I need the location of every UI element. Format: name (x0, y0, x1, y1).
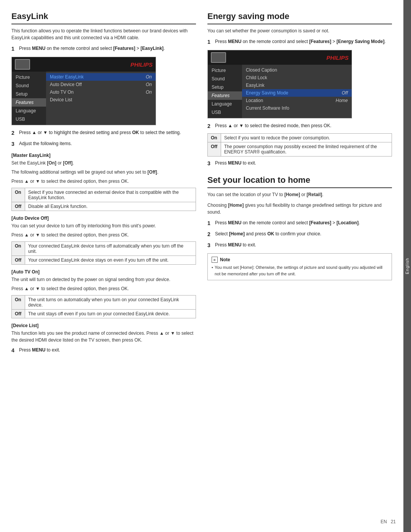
energy-sub-location: Location Home (242, 97, 352, 104)
tv-menu-features: Features (12, 98, 46, 107)
energy-sub-saving-mode: Energy Saving Mode Off (242, 89, 352, 97)
location-step-3-num: 3 (207, 241, 213, 249)
ato-on-desc: The unit turns on automatically when you… (25, 296, 196, 310)
note-box: ≡ Note You must set [Home]: Otherwise, t… (207, 253, 392, 280)
page-label: EN (381, 519, 387, 524)
table-row: Off The unit stays off even if you turn … (12, 310, 196, 318)
ato-off-label: Off (12, 310, 25, 318)
table-row: Off Your connected EasyLink device stays… (12, 256, 196, 265)
step-1-num: 1 (11, 45, 17, 53)
auto-tv-on-heading: [Auto TV On] (11, 269, 196, 275)
auto-device-off-heading: [Auto Device Off] (11, 216, 196, 221)
energy-off-label: Off (208, 142, 221, 157)
side-tab: English (403, 0, 411, 532)
tv-menu-language: Language (12, 107, 46, 115)
energy-tv-picture: Picture (208, 66, 242, 75)
table-row: On Your connected EasyLink device turns … (12, 242, 196, 256)
page-number: 21 (391, 519, 396, 524)
auto-tv-on-line1: The unit will turn on detected by the po… (11, 276, 196, 283)
location-intro1: You can set the location of your TV to [… (207, 191, 392, 198)
energy-step-1-text: Press MENU on the remote control and sel… (215, 38, 392, 46)
energy-step-2-num: 2 (207, 122, 213, 130)
tv-menu-left: Picture Sound Setup Features Language US… (12, 72, 46, 125)
energy-title: Energy saving mode (207, 11, 392, 24)
energy-menu-screenshot: PHILIPS Picture Sound Setup Features Lan… (207, 50, 352, 118)
energy-tv-sound: Sound (208, 75, 242, 83)
master-easylink-press: Press ▲ or ▼ to select the desired optio… (11, 178, 196, 185)
energy-step-3-num: 3 (207, 160, 213, 168)
tv-menu-usb: USB (12, 115, 46, 123)
location-step-2: 2 Select [Home] and press OK to confirm … (207, 230, 392, 238)
note-header: ≡ Note (212, 257, 388, 263)
auto-tv-on-table: On The unit turns on automatically when … (11, 295, 196, 318)
tv-sub-device-list: Device List (46, 96, 156, 104)
option-on-label: On (12, 188, 25, 202)
easylink-title: EasyLink (11, 11, 196, 24)
energy-sub-easylink: EasyLink (242, 81, 352, 89)
master-easylink-heading: [Master EasyLink] (11, 153, 196, 158)
energy-options-table: On Select if you want to reduce the powe… (207, 133, 392, 157)
energy-tv-features: Features (208, 91, 242, 100)
philips-logo-left: PHILIPS (131, 61, 153, 68)
auto-device-off-press: Press ▲ or ▼ to select the desired optio… (11, 232, 196, 238)
step-4-num: 4 (11, 347, 17, 355)
step-4: 4 Press MENU to exit. (11, 347, 196, 355)
tv-menu-setup: Setup (12, 90, 46, 98)
energy-tv-setup: Setup (208, 83, 242, 91)
ato-off-desc: The unit stays off even if you turn on y… (25, 310, 196, 318)
tv-menu-sound: Sound (12, 81, 46, 90)
energy-step-1: 1 Press MENU on the remote control and s… (207, 38, 392, 46)
energy-sub-software: Current Software Info (242, 104, 352, 112)
energy-on-label: On (208, 134, 221, 142)
location-intro2: Choosing [Home] gives you full flexibili… (207, 202, 392, 216)
device-list-heading: [Device List] (11, 323, 196, 328)
ado-on-label: On (12, 242, 25, 256)
note-content: You must set [Home]: Otherwise, the sett… (212, 264, 388, 277)
ado-off-desc: Your connected EasyLink device stays on … (25, 256, 196, 265)
tv-menu-right: Master EasyLink On Auto Device Off On Au… (46, 72, 156, 125)
ado-off-label: Off (12, 256, 25, 265)
location-step-1-num: 1 (207, 219, 213, 227)
energy-step-2-text: Press ▲ or ▼ to select the desired mode,… (215, 122, 392, 130)
master-easylink-line1: Set the EasyLink [On] or [Off]. (11, 160, 196, 166)
step-3-text: Adjust the following items. (19, 140, 196, 148)
master-easylink-line2: The following additional settings will b… (11, 169, 196, 176)
step-1-text: Press MENU on the remote control and sel… (19, 45, 196, 53)
energy-on-desc: Select if you want to reduce the power c… (221, 134, 392, 142)
page-footer: EN 21 (381, 519, 396, 524)
right-column: Energy saving mode You can set whether t… (207, 11, 392, 521)
step-2-text: Press ▲ or ▼ to highlight the desired se… (19, 129, 196, 137)
energy-sub-closed-caption: Closed Caption (242, 66, 352, 74)
location-step-2-num: 2 (207, 230, 213, 238)
table-row: On Select if you want to reduce the powe… (208, 134, 392, 142)
philips-logo-right: PHILIPS (327, 54, 349, 61)
table-row: On The unit turns on automatically when … (12, 296, 196, 310)
energy-step-1-num: 1 (207, 38, 213, 46)
energy-step-3-text: Press MENU to exit. (215, 160, 392, 168)
step-2-num: 2 (11, 129, 17, 137)
energy-step-2: 2 Press ▲ or ▼ to select the desired mod… (207, 122, 392, 130)
location-step-1-text: Press MENU on the remote control and sel… (215, 219, 392, 227)
table-row: Off The power consumption may possibly e… (208, 142, 392, 157)
step-3-num: 3 (11, 140, 17, 148)
energy-step-3: 3 Press MENU to exit. (207, 160, 392, 168)
auto-tv-on-press: Press ▲ or ▼ to select the desired optio… (11, 285, 196, 292)
tv-menu-picture: Picture (12, 73, 46, 81)
ado-on-desc: Your connected EasyLink device turns off… (25, 242, 196, 256)
option-off-label: Off (12, 202, 25, 211)
step-3: 3 Adjust the following items. (11, 140, 196, 148)
step-1: 1 Press MENU on the remote control and s… (11, 45, 196, 53)
energy-off-desc: The power consumption may possibly excee… (221, 142, 392, 157)
energy-intro: You can set whether the power consumptio… (207, 27, 392, 34)
energy-sub-child-lock: Child Lock (242, 74, 352, 81)
step-2: 2 Press ▲ or ▼ to highlight the desired … (11, 129, 196, 137)
table-row: Off Disable all EasyLink function. (12, 202, 196, 211)
option-off-desc: Disable all EasyLink function. (25, 202, 196, 211)
tv-sub-master-easylink: Master EasyLink On (46, 73, 156, 81)
side-tab-label: English (405, 258, 409, 274)
energy-tv-language: Language (208, 100, 242, 108)
master-easylink-table: On Select if you have connected an exter… (11, 188, 196, 211)
step-4-text: Press MENU to exit. (19, 347, 196, 355)
location-step-3-text: Press MENU to exit. (215, 241, 392, 249)
easylink-menu-screenshot: PHILIPS Picture Sound Setup Features Lan… (11, 57, 156, 125)
